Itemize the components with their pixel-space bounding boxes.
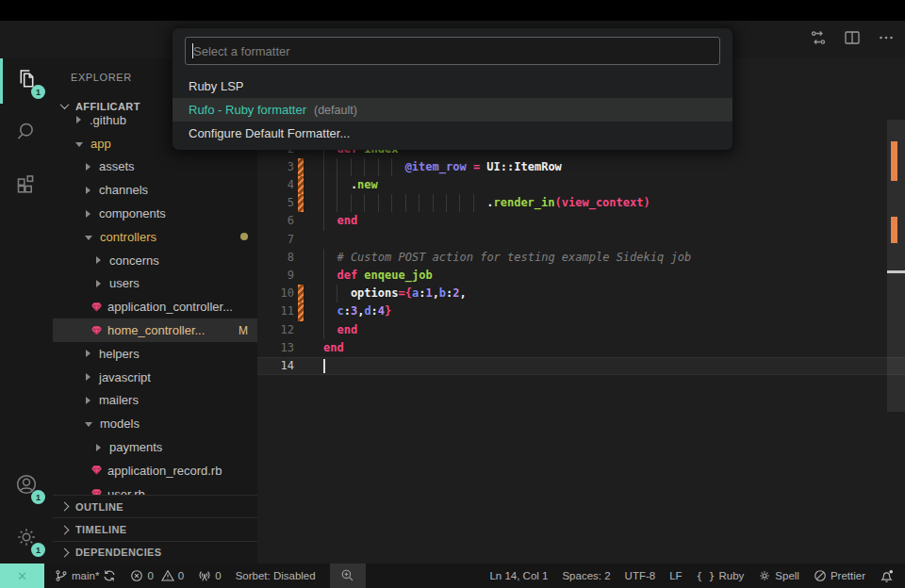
code-line-8[interactable]: 8# Custom POST action for testing exampl… — [257, 249, 905, 267]
tree-item-application-record-rb[interactable]: application_record.rb — [53, 459, 257, 482]
panel-header-dependencies[interactable]: DEPENDENCIES — [53, 541, 257, 564]
sidebar-item-explorer[interactable]: 1 — [0, 58, 53, 104]
code-text: options={a:1,b:2, — [351, 285, 467, 302]
line-number: 7 — [257, 231, 294, 249]
language-label: Ruby — [718, 570, 744, 581]
braces-icon: { } — [697, 570, 716, 582]
encoding-label: UTF-8 — [625, 570, 656, 581]
quick-pick-item-label: Ruby LSP — [189, 79, 244, 93]
settings-button[interactable]: 1 — [0, 516, 53, 562]
tree-item-helpers[interactable]: helpers — [53, 342, 257, 366]
tree-item-controllers[interactable]: controllers — [53, 225, 257, 249]
quick-pick-item-ruby-lsp[interactable]: Ruby LSP — [173, 74, 732, 98]
line-number: 9 — [257, 267, 294, 285]
git-branch-icon — [55, 569, 68, 582]
quick-pick-input[interactable] — [186, 38, 719, 64]
sidebar-title: EXPLORER — [71, 72, 132, 83]
ruby-file-icon — [90, 465, 103, 476]
zoom-status-item[interactable] — [330, 564, 366, 588]
cursor-position-item[interactable]: Ln 14, Col 1 — [489, 570, 548, 581]
tree-item-label: javascript — [99, 370, 151, 384]
line-number: 8 — [257, 249, 294, 267]
prettier-item[interactable]: Prettier — [814, 569, 865, 582]
warning-icon — [161, 569, 174, 582]
quick-pick-panel: Ruby LSPRufo - Ruby formatter(default)Co… — [173, 28, 732, 150]
tree-item-assets[interactable]: assets — [53, 155, 257, 179]
code-line-4[interactable]: 4.new — [257, 176, 905, 194]
tree-item-label: helpers — [99, 347, 140, 361]
code-line-14[interactable]: 14 — [257, 357, 905, 375]
sorbet-label: Sorbet: Disabled — [236, 570, 316, 581]
code-text: end — [337, 321, 357, 339]
indentation-item[interactable]: Spaces: 2 — [562, 570, 610, 581]
split-editor-icon[interactable] — [843, 28, 862, 47]
tree-item-label: users — [109, 276, 140, 290]
tree-item-models[interactable]: models — [53, 412, 257, 435]
twisty-collapsed-icon — [86, 163, 90, 171]
tree-item-components[interactable]: components — [53, 202, 257, 225]
code-line-5[interactable]: 5.render_in(view_context) — [257, 194, 905, 212]
language-mode-item[interactable]: { } Ruby — [697, 570, 745, 582]
panel-header-timeline[interactable]: TIMELINE — [53, 517, 257, 540]
tree-item-application-controller[interactable]: application_controller... — [53, 295, 257, 318]
code-text: # Custom POST action for testing example… — [337, 249, 691, 267]
ports-item[interactable]: 0 — [198, 569, 221, 582]
tree-item-mailers[interactable]: mailers — [53, 389, 257, 413]
compare-changes-icon[interactable] — [809, 28, 828, 47]
more-actions-icon[interactable] — [877, 28, 896, 47]
code-line-6[interactable]: 6end — [257, 212, 905, 230]
code-line-7[interactable]: 7 — [257, 231, 905, 249]
quick-pick-item-detail: (default) — [314, 104, 357, 117]
code-line-9[interactable]: 9def enqeue_job — [257, 267, 905, 285]
slash-circle-icon — [814, 569, 827, 582]
twisty-expanded-icon — [75, 142, 83, 147]
quick-pick-item-configure-default-formatter[interactable]: Configure Default Formatter... — [173, 122, 732, 145]
encoding-item[interactable]: UTF-8 — [625, 570, 656, 581]
tree-item-home-controller[interactable]: home_controller...M — [53, 318, 257, 342]
indent-guides — [323, 176, 351, 194]
code-line-13[interactable]: 13end — [257, 339, 905, 357]
code-line-3[interactable]: 3@item_row = UI::ItemRow — [257, 158, 905, 176]
quick-pick-item-rufo-ruby-formatter[interactable]: Rufo - Ruby formatter(default) — [173, 98, 732, 122]
code-line-12[interactable]: 12end — [257, 321, 905, 339]
notifications-bell[interactable] — [880, 569, 894, 583]
spell-checker-item[interactable]: Spell — [758, 569, 799, 582]
problems-item[interactable]: 0 0 — [130, 569, 184, 582]
tree-item-label: controllers — [100, 230, 156, 244]
tree-item-users[interactable]: users — [53, 272, 257, 296]
git-modified-badge: M — [239, 324, 248, 337]
status-bar: ✕ main* — [0, 564, 905, 588]
code-text: .new — [351, 176, 378, 194]
remote-indicator[interactable]: ✕ — [0, 564, 44, 588]
overview-modified-mark — [891, 141, 897, 181]
tree-item-channels[interactable]: channels — [53, 178, 257, 202]
tree-item-label: concerns — [109, 253, 159, 268]
git-modified-gutter — [298, 176, 304, 194]
error-count: 0 — [147, 570, 153, 581]
panel-header-outline[interactable]: OUTLINE — [53, 495, 257, 517]
tree-item-javascript[interactable]: javascript — [53, 366, 257, 389]
modified-children-dot — [240, 233, 248, 240]
line-number: 12 — [257, 321, 294, 339]
indent-guides — [323, 267, 337, 285]
editor-actions — [809, 28, 896, 47]
code-line-10[interactable]: 10options={a:1,b:2, — [257, 285, 905, 302]
code-line-11[interactable]: 11c:3,d:4} — [257, 302, 905, 320]
tree-item-payments[interactable]: payments — [53, 435, 257, 459]
code-text: def enqeue_job — [337, 267, 432, 285]
twisty-expanded-icon — [85, 422, 92, 427]
git-branch-item[interactable]: main* — [55, 569, 116, 582]
tree-item-concerns[interactable]: concerns — [53, 249, 257, 272]
sorbet-status[interactable]: Sorbet: Disabled — [236, 570, 316, 581]
overview-cursor-mark — [887, 270, 905, 273]
overview-modified-mark — [891, 217, 897, 243]
sidebar-item-extensions[interactable] — [0, 165, 53, 210]
explorer-badge: 1 — [31, 85, 45, 99]
accounts-button[interactable]: 1 — [0, 464, 53, 509]
tree-item-label: app — [90, 137, 111, 151]
code-text: c:3,d:4} — [337, 302, 391, 320]
ports-count: 0 — [215, 570, 221, 581]
twisty-expanded-icon — [85, 236, 92, 240]
eol-item[interactable]: LF — [669, 570, 682, 581]
sidebar-item-search[interactable] — [0, 111, 53, 156]
